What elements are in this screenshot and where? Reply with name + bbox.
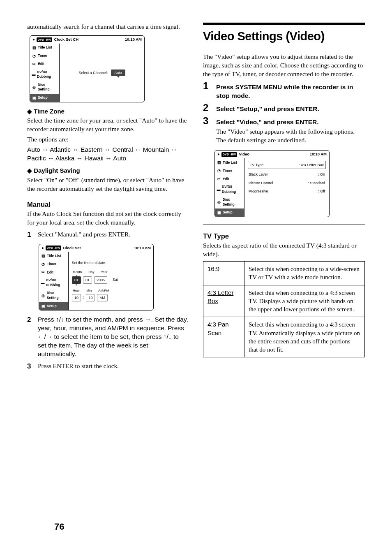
daylight-saving-heading: Daylight Saving — [27, 167, 188, 175]
scissors-icon: ✂ — [41, 270, 46, 275]
clock-icon: ◔ — [32, 53, 37, 58]
panel-time: 10:10 AM — [125, 37, 142, 42]
tvtype-43lb-label: 4:3 Letter Box — [203, 285, 244, 317]
clock-icon: ◔ — [41, 262, 46, 266]
sidebar-item-dv-dubbing[interactable]: ▬DV/D8 Dubbing — [30, 68, 59, 81]
sidebar-item-disc-setting[interactable]: ◎Disc Setting — [30, 81, 59, 94]
sidebar: ▥Title List ◔Timer ✂Edit ▬DV/D8 Dubbing … — [30, 44, 60, 102]
disc-icon: ● — [32, 37, 35, 42]
step-3-num: 3 — [27, 362, 33, 371]
sidebar-item-edit[interactable]: ✂Edit — [39, 268, 68, 276]
sidebar-item-timer[interactable]: ◔Timer — [215, 167, 244, 175]
table-row: 4:3 Pan Scan Select this when connecting… — [203, 317, 365, 357]
day-label: Day — [88, 270, 94, 275]
manual-intro: If the Auto Clock Set function did not s… — [27, 210, 188, 227]
camera-icon: ▬ — [217, 187, 221, 192]
manual-heading: Manual — [27, 200, 188, 209]
sidebar-item-disc-setting[interactable]: ◎Disc Setting — [39, 289, 68, 302]
sidebar-item-timer[interactable]: ◔Timer — [39, 260, 68, 268]
panel-time: 10:10 AM — [310, 152, 327, 157]
sidebar-item-disc-setting[interactable]: ◎Disc Setting — [215, 196, 244, 208]
tz-body-1: Select the time zone for your area, or s… — [27, 116, 188, 134]
big-step-1-text: Press SYSTEM MENU while the recorder is … — [216, 83, 365, 100]
step-3-text: Press ENTER to start the clock. — [38, 362, 188, 371]
sidebar-item-edit[interactable]: ✂Edit — [215, 175, 244, 183]
tvtype-16-9-desc: Select this when connecting to a wide-sc… — [244, 262, 365, 285]
day-field[interactable]: 01 — [83, 276, 92, 284]
panel-time: 10:10 AM — [134, 246, 151, 251]
big-step-3-num: 3 — [203, 116, 210, 126]
dvdrw-badge: DVD -RW — [37, 37, 53, 42]
min-label: Min — [86, 289, 92, 293]
sidebar-item-title-list[interactable]: ▥Title List — [215, 158, 244, 167]
tvtype-intro: Selects the aspect ratio of the connecte… — [203, 241, 365, 259]
sidebar-item-dv-dubbing[interactable]: ▬DV/D8 Dubbing — [215, 183, 244, 196]
video-row-picturecontrol[interactable]: Picture Control: Standard — [248, 179, 326, 187]
step-1-num: 1 — [27, 230, 33, 240]
channel-auto-value[interactable]: Auto — [111, 70, 125, 76]
table-row: 4:3 Letter Box Select this when connecti… — [203, 285, 365, 317]
sidebar-item-setup[interactable]: ▣Setup — [30, 94, 59, 102]
sidebar-item-timer[interactable]: ◔Timer — [30, 52, 59, 60]
clock-set-panel: ● DVD -RW Clock Set 10:10 AM ▥Title List… — [39, 244, 154, 311]
list-icon: ▥ — [41, 253, 46, 258]
sidebar-item-setup[interactable]: ▣Setup — [215, 208, 244, 217]
ds-body: Select "On" or "Off" (standard time), or… — [27, 176, 188, 193]
clock-set-ch-panel: ● DVD -RW Clock Set CH 10:10 AM ▥Title L… — [30, 35, 145, 102]
camera-icon: ▬ — [41, 280, 45, 285]
panel-title: Clock Set — [63, 246, 81, 251]
disc-setting-icon: ◎ — [217, 200, 221, 205]
toolbox-icon: ▣ — [41, 303, 46, 308]
dvdrw-badge: DVD -RW — [221, 152, 238, 157]
sidebar-item-dv-dubbing[interactable]: ▬DV/D8 Dubbing — [39, 276, 68, 289]
weekday-value: Sat — [113, 278, 118, 282]
sidebar-item-setup[interactable]: ▣Setup — [39, 302, 68, 310]
intro-text: automatically search for a channel that … — [27, 23, 188, 31]
tvtype-43lb-desc: Select this when connecting to a 4:3 scr… — [244, 285, 365, 317]
panel-title: Clock Set CH — [54, 37, 78, 42]
title-rule — [203, 23, 365, 25]
big-step-3-text: Select "Video," and press ENTER. — [216, 118, 365, 127]
video-row-blacklevel[interactable]: Black Level: On — [248, 171, 326, 178]
month-label: Month — [73, 270, 82, 275]
sidebar-item-title-list[interactable]: ▥Title List — [30, 44, 59, 52]
tz-options: Auto ↔ Atlantic ↔ Eastern ↔ Central ↔ Mo… — [27, 146, 188, 163]
hour-label: Hour — [73, 289, 80, 293]
scissors-icon: ✂ — [217, 176, 221, 181]
set-time-date-label: Set the time and date. — [72, 261, 150, 265]
toolbox-icon: ▣ — [32, 95, 37, 100]
video-intro: The "Video" setup allows you to adjust i… — [203, 53, 365, 79]
sidebar-item-title-list[interactable]: ▥Title List — [39, 252, 68, 260]
step-2-num: 2 — [27, 315, 33, 359]
month-field[interactable]: 01 — [72, 276, 81, 284]
year-field[interactable]: 2005 — [94, 276, 107, 284]
list-icon: ▥ — [32, 45, 37, 50]
min-field[interactable]: 10 — [86, 294, 95, 301]
time-zone-heading: Time Zone — [27, 107, 188, 116]
list-icon: ▥ — [217, 160, 221, 165]
sidebar-item-edit[interactable]: ✂Edit — [30, 60, 59, 68]
dvdrw-badge: DVD -RW — [46, 246, 62, 250]
ampm-field[interactable]: AM — [97, 294, 108, 301]
scissors-icon: ✂ — [32, 62, 37, 67]
sidebar: ▥Title List ◔Timer ✂Edit ▬DV/D8 Dubbing … — [39, 252, 69, 310]
video-row-tvtype[interactable]: TV Type: 4:3 Letter Box — [248, 161, 326, 169]
video-row-progressive[interactable]: Progressive: Off — [248, 188, 326, 195]
hour-field[interactable]: 10 — [72, 294, 81, 301]
ampm-label: AM/PM — [98, 289, 109, 293]
disc-icon: ● — [42, 246, 44, 251]
panel-title: Video — [239, 152, 249, 157]
disc-icon: ● — [217, 152, 220, 157]
sidebar: ▥Title List ◔Timer ✂Edit ▬DV/D8 Dubbing … — [215, 158, 244, 217]
select-channel-label: Select a Channel: — [78, 70, 108, 75]
page-title: Video Settings (Video) — [203, 28, 365, 44]
year-label: Year — [101, 270, 107, 275]
tvtype-43ps-label: 4:3 Pan Scan — [203, 317, 244, 357]
clock-icon: ◔ — [217, 168, 221, 173]
video-panel: ● DVD -RW Video 10:10 AM ▥Title List ◔Ti… — [214, 150, 330, 217]
big-step-2-text: Select "Setup," and press ENTER. — [216, 105, 365, 114]
table-row: 16:9 Select this when connecting to a wi… — [203, 262, 365, 285]
camera-icon: ▬ — [32, 72, 36, 77]
tvtype-43ps-desc: Select this when connecting to a 4:3 scr… — [244, 317, 365, 357]
big-step-1-num: 1 — [203, 81, 210, 91]
